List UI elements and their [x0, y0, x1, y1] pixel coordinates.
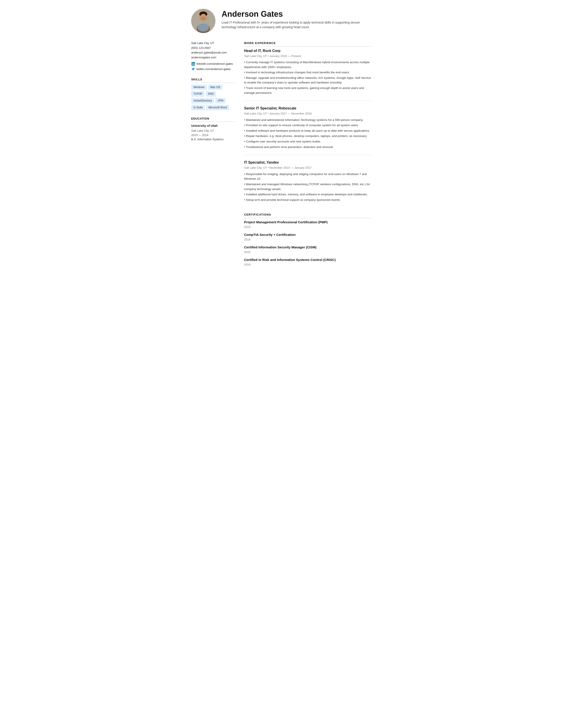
skill-badge: Mac OS: [208, 85, 222, 90]
cert-name: Certified in Risk and Information System…: [244, 257, 372, 262]
cert-year: 2019: [244, 225, 372, 229]
job-bullet: • Installed software and hardware produc…: [244, 128, 372, 133]
job-bullet: • Provided on-site support to ensure con…: [244, 123, 372, 128]
job-bullets: • Currently manage IT systems consisting…: [244, 60, 372, 95]
sidebar: Salt Lake City, UT (555) 123-4567 anders…: [191, 41, 235, 270]
skill-badge: TCP/IP: [191, 91, 204, 97]
svg-point-3: [198, 24, 209, 31]
contact-email: anderson.gates@ymail.com: [191, 50, 235, 55]
job-meta: Salt Lake City, UT • November 2014 — Jan…: [244, 166, 372, 170]
avatar: [191, 9, 215, 33]
cert-item: CompTIA Security + Certification2018: [244, 232, 372, 242]
job-bullet: • Installed additional hard drives, memo…: [244, 192, 372, 197]
cert-name: CompTIA Security + Certification: [244, 232, 372, 237]
skill-badge: VPN: [215, 98, 226, 103]
cert-year: 2016: [244, 250, 372, 254]
header-info: Anderson Gates Lead IT Professional with…: [222, 9, 372, 30]
skills-heading: SKILLS: [191, 77, 235, 83]
skill-badge: Microsoft Word: [206, 105, 229, 110]
job-item: Head of IT, Rock CorpSalt Lake City, UT …: [244, 48, 372, 101]
cert-year: 2016: [244, 262, 372, 267]
main-content: WORK EXPERIENCE Head of IT, Rock CorpSal…: [244, 41, 372, 270]
job-bullets: • Responsible for imaging, deploying and…: [244, 172, 372, 202]
svg-rect-8: [192, 63, 193, 65]
resume-page: Anderson Gates Lead IT Professional with…: [182, 0, 381, 283]
contact-phone: (555) 123-4567: [191, 46, 235, 50]
job-title: IT Specialist, Yandex: [244, 160, 372, 165]
work-experience-heading: WORK EXPERIENCE: [244, 41, 372, 46]
education-heading: EDUCATION: [191, 116, 235, 122]
job-bullet: • Maintained and administered Informatio…: [244, 118, 372, 122]
skills-grid: WindowsMac OSTCP/IPDNSActiveDirectoryVPN…: [191, 85, 235, 110]
cert-item: Certified in Risk and Information System…: [244, 257, 372, 267]
job-bullet: • Maintained and managed Windows network…: [244, 182, 372, 191]
job-bullet: • Responsible for imaging, deploying and…: [244, 172, 372, 181]
job-title: Head of IT, Rock Corp: [244, 48, 372, 54]
job-bullet: • Setup wi-fi and provide technical supp…: [244, 198, 372, 202]
skill-badge: G-Suite: [191, 105, 205, 110]
job-bullet: • Configure user security accounts and n…: [244, 139, 372, 144]
edu-degree: B.S. Information Systems: [191, 137, 235, 142]
job-bullet: • Involved in technology infrastructure …: [244, 70, 372, 75]
work-experience-section: WORK EXPERIENCE Head of IT, Rock CorpSal…: [244, 41, 372, 208]
candidate-summary: Lead IT Professional with 5+ years of ex…: [222, 20, 372, 30]
contact-website: andersongates.com: [191, 55, 235, 60]
jobs-list: Head of IT, Rock CorpSalt Lake City, UT …: [244, 48, 372, 208]
contact-location: Salt Lake City, UT: [191, 41, 235, 45]
skill-badge: ActiveDirectory: [191, 98, 214, 103]
certifications-heading: CERTIFICATIONS: [244, 212, 372, 218]
skill-badge: Windows: [191, 85, 207, 90]
education-section: EDUCATION University of Utah Salt Lake C…: [191, 116, 235, 142]
job-item: IT Specialist, YandexSalt Lake City, UT …: [244, 160, 372, 208]
job-meta: Salt Lake City, UT • January 2019 — Pres…: [244, 54, 372, 58]
cert-year: 2018: [244, 237, 372, 242]
avatar-wrap: [191, 9, 215, 33]
svg-point-6: [201, 17, 206, 20]
job-item: Senior IT Specialist, RoboscaleSalt Lake…: [244, 106, 372, 155]
svg-point-9: [192, 63, 193, 63]
linkedin-icon: [191, 62, 195, 66]
body-layout: Salt Lake City, UT (555) 123-4567 anders…: [191, 41, 372, 270]
twitter-item: twitter.com/anderson.gates: [191, 67, 235, 71]
candidate-name: Anderson Gates: [222, 10, 372, 18]
cert-item: Project Management Professional Certific…: [244, 220, 372, 229]
twitter-icon: [191, 67, 195, 71]
edu-location: Salt Lake City, UT: [191, 129, 235, 133]
header-section: Anderson Gates Lead IT Professional with…: [191, 9, 372, 33]
job-meta: Salt Lake City, UT • January 2017 — Dece…: [244, 111, 372, 116]
skills-section: SKILLS WindowsMac OSTCP/IPDNSActiveDirec…: [191, 77, 235, 110]
certifications-list: Project Management Professional Certific…: [244, 220, 372, 267]
cert-item: Certified Information Security Manager (…: [244, 245, 372, 254]
linkedin-item: linkedin.com/anderson.gates: [191, 62, 235, 66]
edu-entry: University of Utah Salt Lake City, UT 20…: [191, 124, 235, 142]
job-bullet: • Track record of learning new tools and…: [244, 86, 372, 95]
contact-section: Salt Lake City, UT (555) 123-4567 anders…: [191, 41, 235, 71]
job-bullet: • Repair hardware, e.g. desk phones, des…: [244, 134, 372, 139]
edu-years: 2010 — 2014: [191, 133, 235, 137]
job-bullet: • Manage, upgrade and troubleshooting of…: [244, 76, 372, 85]
certifications-section: CERTIFICATIONS Project Management Profes…: [244, 212, 372, 267]
job-bullets: • Maintained and administered Informatio…: [244, 118, 372, 150]
job-bullet: • Troubleshoot and perform virus prevent…: [244, 145, 372, 150]
job-title: Senior IT Specialist, Roboscale: [244, 106, 372, 111]
linkedin-url: linkedin.com/anderson.gates: [196, 62, 233, 66]
edu-school: University of Utah: [191, 124, 235, 128]
cert-name: Project Management Professional Certific…: [244, 220, 372, 225]
twitter-url: twitter.com/anderson.gates: [196, 67, 231, 71]
skill-badge: DNS: [206, 91, 216, 97]
cert-name: Certified Information Security Manager (…: [244, 245, 372, 250]
job-bullet: • Currently manage IT systems consisting…: [244, 60, 372, 69]
